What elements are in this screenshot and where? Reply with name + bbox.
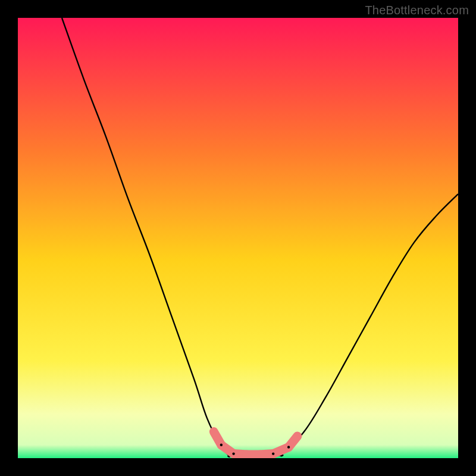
marker-capsule bbox=[289, 436, 298, 447]
credit-watermark: TheBottleneck.com bbox=[365, 4, 469, 17]
marker-dot bbox=[232, 452, 234, 455]
bottleneck-curve bbox=[62, 18, 458, 457]
marker-dot bbox=[287, 446, 290, 448]
chart-frame: TheBottleneck.com bbox=[0, 0, 476, 476]
curve-layer bbox=[18, 18, 458, 458]
marker-dot bbox=[272, 452, 274, 455]
marker-dot bbox=[220, 444, 223, 446]
marker-group bbox=[214, 432, 298, 455]
plot-area bbox=[18, 18, 458, 458]
